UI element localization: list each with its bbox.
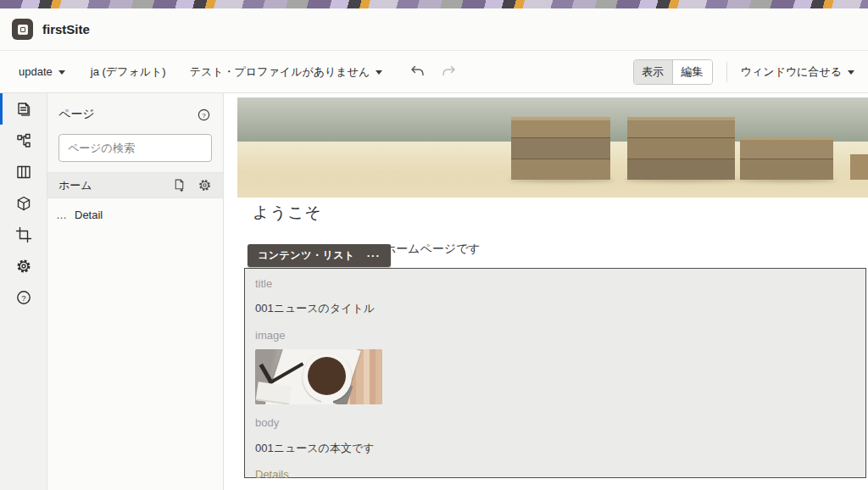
component-name: コンテンツ・リスト: [258, 248, 355, 263]
view-edit-segmented-control: 表示 編集: [633, 59, 713, 85]
wood-block-stack: [627, 117, 735, 180]
page-settings-gear-icon[interactable]: [198, 178, 212, 192]
gear-icon: [15, 258, 32, 275]
page-preview: ようこそ トのホームページです コンテンツ・リスト ··· title 001ニ…: [224, 93, 868, 490]
help-icon: ?: [15, 289, 32, 306]
chevron-down-icon: [376, 70, 382, 75]
content-list-component[interactable]: title 001ニュースのタイトル image body 001ニュースの本文…: [244, 268, 866, 478]
undo-icon: [409, 65, 426, 78]
crop-icon: [15, 226, 32, 243]
welcome-heading: ようこそ: [253, 202, 322, 224]
pages-panel: ページ ? ホーム: [47, 93, 224, 490]
field-label-title: title: [255, 277, 855, 290]
locale-label[interactable]: ja (デフォルト): [91, 64, 166, 80]
pages-icon: [15, 101, 32, 118]
rail-item-pages[interactable]: [0, 93, 47, 125]
rail-item-workflow[interactable]: [0, 125, 47, 156]
tree-item-home[interactable]: ホーム: [47, 172, 223, 198]
more-options-button[interactable]: ···: [367, 252, 381, 260]
redo-button[interactable]: [441, 65, 457, 78]
rail-item-columns[interactable]: [0, 156, 47, 187]
main-area: ? ページ ? ホーム: [0, 93, 868, 490]
details-link[interactable]: Details: [255, 468, 289, 481]
wood-block-stack: [740, 137, 833, 180]
svg-text:?: ?: [202, 111, 206, 119]
left-rail: ?: [0, 93, 47, 490]
toolbar-divider: [726, 62, 727, 82]
editor-toolbar: update ja (デフォルト) テスト・プロファイルがありません 表示 編集…: [0, 51, 868, 93]
columns-icon: [15, 164, 32, 181]
profile-label: テスト・プロファイルがありません: [190, 64, 370, 80]
box-icon: [15, 195, 32, 212]
site-icon: [12, 19, 33, 40]
rail-item-crop[interactable]: [0, 219, 47, 250]
zoom-fit-dropdown[interactable]: ウィンドウに合せる: [741, 64, 854, 80]
app-header: firstSite: [0, 8, 868, 51]
chevron-down-icon: [848, 70, 854, 75]
chevron-down-icon: [58, 70, 65, 75]
field-label-body: body: [255, 416, 855, 429]
wood-block-stack: [511, 117, 610, 180]
field-label-image: image: [255, 329, 855, 342]
workflow-icon: [15, 132, 32, 149]
page-search-input[interactable]: [58, 134, 212, 162]
site-title: firstSite: [42, 22, 90, 36]
field-value-body: 001ニュースの本文です: [255, 441, 855, 456]
rail-item-settings[interactable]: [0, 250, 47, 281]
detail-label: Detail: [75, 209, 103, 221]
tree-expand-dots[interactable]: …: [56, 209, 68, 221]
home-label: ホーム: [58, 178, 172, 193]
svg-text:?: ?: [21, 292, 25, 302]
panel-title: ページ: [58, 107, 95, 122]
hero-image: [237, 97, 868, 198]
browser-theme-strip: [0, 0, 868, 8]
wood-block-partial: [850, 154, 868, 180]
field-value-title: 001ニュースのタイトル: [255, 301, 855, 316]
rail-item-content-fragments[interactable]: [0, 187, 47, 219]
news-thumbnail-image: [255, 349, 382, 404]
update-label: update: [19, 65, 53, 78]
panel-help-icon[interactable]: ?: [197, 108, 211, 122]
redo-icon: [441, 65, 457, 78]
tree-item-detail[interactable]: … Detail: [47, 198, 223, 221]
undo-button[interactable]: [409, 65, 426, 78]
component-overlay-label[interactable]: コンテンツ・リスト ···: [248, 244, 391, 267]
view-button[interactable]: 表示: [634, 60, 673, 84]
zoom-fit-label: ウィンドウに合せる: [741, 64, 842, 80]
rail-item-help[interactable]: ?: [0, 281, 47, 313]
update-dropdown[interactable]: update: [19, 65, 65, 78]
new-page-icon[interactable]: [172, 178, 186, 192]
test-profile-dropdown[interactable]: テスト・プロファイルがありません: [190, 64, 383, 80]
edit-button[interactable]: 編集: [673, 60, 712, 84]
